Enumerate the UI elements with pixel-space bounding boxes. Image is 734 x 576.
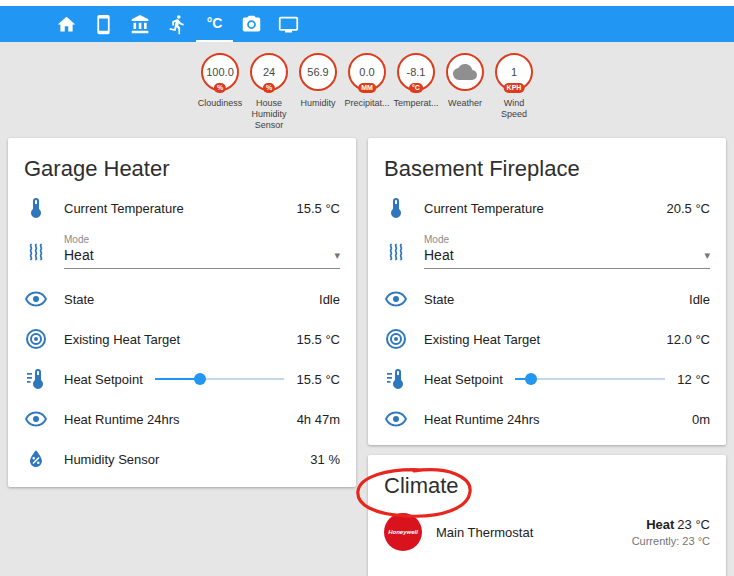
row-current-temperature[interactable]: Current Temperature 20.5 °C bbox=[368, 188, 726, 228]
badge-label: Temperat... bbox=[393, 98, 438, 109]
badge-value: 24 bbox=[263, 66, 275, 78]
badge-wind-speed[interactable]: 1 KPH Wind Speed bbox=[491, 53, 537, 132]
badge-temperature[interactable]: -8.1 °C Temperat... bbox=[393, 53, 439, 132]
thermostat-currently: Currently: 23 °C bbox=[632, 535, 710, 547]
row-heat-runtime[interactable]: Heat Runtime 24hrs 4h 47m bbox=[8, 399, 356, 439]
row-label: Humidity Sensor bbox=[64, 452, 159, 467]
nav-tab-temperature[interactable]: °C bbox=[196, 6, 233, 42]
row-state[interactable]: State Idle bbox=[8, 279, 356, 319]
thermostat-state: Heat23 °C Currently: 23 °C bbox=[632, 517, 710, 547]
row-value: 0m bbox=[692, 412, 710, 427]
row-value: 12 °C bbox=[677, 372, 710, 387]
row-label: Existing Heat Target bbox=[424, 332, 540, 347]
row-humidity-sensor[interactable]: Humidity Sensor 31 % bbox=[8, 439, 356, 479]
badge-house-humidity[interactable]: 24 % House Humidity Sensor bbox=[246, 53, 292, 132]
badge-cloudiness[interactable]: 100.0 % Cloudiness bbox=[197, 53, 243, 132]
badge-value: -8.1 bbox=[407, 66, 426, 78]
row-value: 15.5 °C bbox=[296, 201, 340, 216]
badge-precipitation[interactable]: 0.0 MM Precipitat... bbox=[344, 53, 390, 132]
row-label: Heat Runtime 24hrs bbox=[424, 412, 540, 427]
row-existing-heat-target[interactable]: Existing Heat Target 15.5 °C bbox=[8, 319, 356, 359]
thermometer-lines-icon bbox=[24, 367, 48, 391]
row-value: 15.5 °C bbox=[296, 372, 340, 387]
top-navigation: °C bbox=[0, 6, 734, 42]
person-running-icon bbox=[167, 14, 188, 35]
mode-select[interactable]: Mode Heat ▾ bbox=[64, 234, 340, 269]
card-title: Garage Heater bbox=[8, 138, 356, 188]
row-existing-heat-target[interactable]: Existing Heat Target 12.0 °C bbox=[368, 319, 726, 359]
heat-setpoint-slider[interactable] bbox=[155, 372, 285, 386]
row-heat-setpoint: Heat Setpoint 15.5 °C bbox=[8, 359, 356, 399]
row-main-thermostat[interactable]: Honeywell Main Thermostat Heat23 °C Curr… bbox=[368, 505, 726, 567]
card-title: Climate bbox=[368, 455, 726, 505]
badge-label: Wind Speed bbox=[491, 98, 537, 120]
thermostat-temp: 23 °C bbox=[677, 517, 710, 532]
climate-card: Climate Honeywell Main Thermostat Heat23… bbox=[368, 455, 726, 576]
badge-humidity[interactable]: 56.9 Humidity bbox=[295, 53, 341, 132]
badge-value: 1 bbox=[511, 66, 517, 78]
row-label: Heat Setpoint bbox=[424, 372, 503, 387]
nav-tab-home[interactable] bbox=[48, 6, 85, 42]
bullseye-icon bbox=[24, 327, 48, 351]
row-label: Current Temperature bbox=[424, 201, 544, 216]
row-label: State bbox=[64, 292, 94, 307]
row-mode: Mode Heat ▾ bbox=[8, 228, 356, 279]
row-value: 12.0 °C bbox=[666, 332, 710, 347]
thermometer-lines-icon bbox=[384, 367, 408, 391]
slider-thumb[interactable] bbox=[194, 373, 206, 385]
chevron-down-icon: ▾ bbox=[334, 249, 340, 262]
nav-tab-bank[interactable] bbox=[122, 6, 159, 42]
mode-select-value: Heat bbox=[424, 247, 454, 263]
slider-thumb[interactable] bbox=[525, 373, 537, 385]
nav-tab-devices[interactable] bbox=[85, 6, 122, 42]
nav-tab-camera[interactable] bbox=[233, 6, 270, 42]
dashboard-content: Garage Heater Current Temperature 15.5 °… bbox=[0, 132, 734, 576]
row-label: State bbox=[424, 292, 454, 307]
cellphone-icon bbox=[93, 14, 114, 35]
mode-select-label: Mode bbox=[424, 234, 710, 245]
thermometer-icon bbox=[384, 196, 408, 220]
badge-unit: % bbox=[214, 83, 226, 93]
heat-waves-icon bbox=[24, 240, 48, 264]
badge-label: House Humidity Sensor bbox=[246, 98, 292, 130]
row-heat-runtime[interactable]: Heat Runtime 24hrs 0m bbox=[368, 399, 726, 439]
eye-icon bbox=[384, 287, 408, 311]
badge-label: Humidity bbox=[300, 98, 335, 109]
eye-icon bbox=[24, 407, 48, 431]
cloud-icon bbox=[453, 60, 477, 84]
badge-value: 0.0 bbox=[359, 66, 374, 78]
thermometer-icon bbox=[24, 196, 48, 220]
basement-fireplace-card: Basement Fireplace Current Temperature 2… bbox=[368, 138, 726, 445]
row-label: Heat Setpoint bbox=[64, 372, 143, 387]
row-state[interactable]: State Idle bbox=[368, 279, 726, 319]
badge-unit: KPH bbox=[504, 83, 525, 93]
row-label: Current Temperature bbox=[64, 201, 184, 216]
thermostat-mode: Heat bbox=[646, 517, 674, 532]
badge-unit: % bbox=[263, 83, 275, 93]
nav-tab-media[interactable] bbox=[270, 6, 307, 42]
badge-weather[interactable]: Weather bbox=[442, 53, 488, 132]
heat-setpoint-slider[interactable] bbox=[515, 372, 666, 386]
camera-icon bbox=[241, 14, 262, 35]
mode-select[interactable]: Mode Heat ▾ bbox=[424, 234, 710, 269]
mode-select-label: Mode bbox=[64, 234, 340, 245]
sensor-badges-row: 100.0 % Cloudiness 24 % House Humidity S… bbox=[0, 42, 734, 132]
row-value: Idle bbox=[319, 292, 340, 307]
row-current-temperature[interactable]: Current Temperature 15.5 °C bbox=[8, 188, 356, 228]
heat-waves-icon bbox=[384, 240, 408, 264]
row-value: 20.5 °C bbox=[666, 201, 710, 216]
badge-value: 100.0 bbox=[206, 66, 234, 78]
card-title: Basement Fireplace bbox=[368, 138, 726, 188]
eye-icon bbox=[24, 287, 48, 311]
nav-tab-activity[interactable] bbox=[159, 6, 196, 42]
eye-icon bbox=[384, 407, 408, 431]
badge-value: 56.9 bbox=[307, 66, 328, 78]
bank-icon bbox=[130, 14, 151, 35]
badge-label: Weather bbox=[448, 98, 482, 109]
badge-unit: °C bbox=[409, 83, 423, 93]
home-icon bbox=[56, 14, 77, 35]
thermostat-name: Main Thermostat bbox=[436, 525, 533, 540]
chevron-down-icon: ▾ bbox=[704, 249, 710, 262]
slider-track bbox=[515, 378, 666, 380]
garage-heater-card: Garage Heater Current Temperature 15.5 °… bbox=[8, 138, 356, 487]
